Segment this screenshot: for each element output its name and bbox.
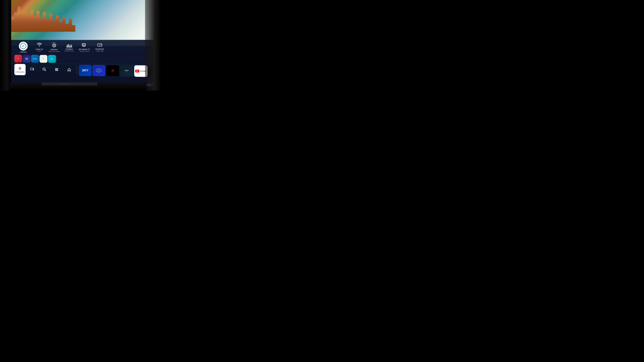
extra-apps-row: G TELECINE Internet G alexa	[11, 54, 159, 64]
telecine-small-icon[interactable]: TELECINE	[23, 55, 30, 63]
e-manual-inner-icon: e	[20, 43, 26, 49]
svg-line-16	[45, 70, 46, 71]
wifi-icon	[37, 43, 42, 48]
wifi-sub-label: Wi-Fi	[38, 50, 41, 52]
svg-point-2	[54, 45, 54, 46]
svg-point-11	[101, 45, 102, 45]
settings-label: Configurações	[15, 71, 24, 73]
e-manual-label: e-Manual	[20, 51, 26, 53]
svg-point-23	[55, 70, 56, 71]
dot2	[52, 42, 53, 43]
image-mode-icon-container	[52, 42, 57, 48]
samsung-tvplus-icon: TV+	[96, 69, 102, 72]
bar1	[66, 46, 67, 47]
bar3	[68, 44, 68, 48]
bar6	[70, 44, 71, 48]
tv-base: LG Soundbar · · · · · · ·	[10, 82, 146, 90]
svg-point-24	[56, 70, 57, 71]
e-manual-icon: e	[19, 42, 28, 50]
svg-point-18	[56, 68, 57, 69]
svg-rect-14	[30, 68, 33, 70]
image-mode-label: Dinâmico	[51, 49, 58, 51]
bottom-section: ⚙ Configurações	[11, 63, 159, 80]
quick-setting-wifi[interactable]: Helder-5G Wi-Fi	[32, 41, 47, 53]
bar2	[67, 45, 68, 47]
tv-speaker-icon	[82, 43, 87, 48]
internet-small-label: Internet	[33, 58, 37, 59]
sound-mode-sub-label: Modo de Som	[64, 50, 74, 52]
alexa-small-label: alexa	[51, 58, 54, 59]
youtube-play-triangle	[136, 70, 138, 72]
source-nav-item[interactable]	[26, 64, 38, 75]
gear-icon: ⚙	[18, 66, 22, 70]
sound-output-sub-label: Saída de Som	[80, 50, 89, 52]
soundbar: LG Soundbar · · · · · · ·	[42, 82, 98, 86]
city-background	[11, 0, 159, 46]
youtube-play-button	[135, 70, 139, 72]
prime-text: prime	[125, 70, 128, 71]
svg-point-19	[57, 68, 58, 69]
telecine-small-label: TELECINE	[25, 58, 28, 60]
prime-video-app-tile[interactable]: prime video	[120, 65, 133, 77]
tv-screen: e e-Manual Helder-5G Wi-Fi	[11, 0, 159, 86]
dot4	[54, 42, 55, 43]
home-nav-item[interactable]	[63, 64, 75, 76]
samsung-tvplus-app-tile[interactable]: TV+	[92, 65, 105, 76]
search-icon	[42, 67, 46, 72]
ok-google-small-icon[interactable]: G	[40, 55, 48, 63]
prime-icon: prime video	[125, 70, 128, 72]
bar5	[70, 46, 70, 47]
svg-text:TV+: TV+	[98, 70, 100, 71]
prime-sub: video	[125, 71, 128, 72]
dot5	[56, 42, 56, 43]
dot1	[52, 42, 52, 43]
sound-bars-icon	[66, 43, 72, 47]
svg-text:G: G	[43, 58, 44, 60]
quick-settings-bar: e e-Manual Helder-5G Wi-Fi	[11, 40, 159, 55]
sound-mode-label: Amplificar	[66, 48, 73, 50]
dot3	[53, 42, 54, 43]
svg-rect-6	[83, 44, 85, 45]
dots-row	[52, 42, 57, 43]
bar4	[69, 45, 69, 47]
quick-setting-game-mode[interactable]: Desativado Modo Jogo	[92, 42, 108, 53]
home-icon	[67, 68, 71, 72]
search-nav-item[interactable]	[38, 64, 50, 76]
wifi-name-label: Helder-5G	[36, 48, 43, 50]
netflix-label: N	[111, 69, 114, 73]
alexa-small-icon[interactable]: alexa	[48, 55, 56, 63]
svg-point-25	[57, 70, 58, 71]
apps-grid-nav-item[interactable]	[51, 64, 62, 76]
internet-small-icon[interactable]: Internet	[31, 55, 39, 63]
soundbar-label: LG Soundbar · · · · · · ·	[60, 84, 79, 85]
quick-setting-sound-mode[interactable]: Amplificar Modo de Som	[62, 42, 77, 53]
tv-bezel-right	[145, 0, 161, 90]
bar7	[72, 45, 72, 47]
source-icon	[30, 67, 34, 72]
quick-setting-image-mode[interactable]: Dinâmico Modo de Imagem	[47, 41, 62, 54]
svg-point-20	[55, 69, 56, 70]
svg-point-17	[55, 68, 56, 69]
youtube-icon-container: YouTube	[135, 70, 146, 73]
smart-hub-panel: e e-Manual Helder-5G Wi-Fi	[11, 40, 159, 86]
game-mode-sub-label: Modo Jogo	[96, 50, 104, 52]
game-mode-label: Desativado	[96, 48, 104, 50]
settings-nav-item[interactable]: ⚙ Configurações	[14, 64, 26, 75]
sky-app-tile[interactable]: SKY	[79, 65, 92, 76]
sound-output-label: Alto-falante TV	[79, 48, 90, 50]
globoplay-small-label: G	[18, 58, 19, 59]
image-mode-sub-label: Modo de Imagem	[48, 51, 60, 52]
game-mode-icon	[97, 43, 102, 48]
globoplay-small-icon[interactable]: G	[14, 55, 22, 62]
apps-grid-icon	[55, 68, 58, 72]
sky-label: SKY	[82, 69, 88, 72]
quick-setting-e-manual[interactable]: e e-Manual	[14, 40, 32, 54]
svg-point-22	[57, 69, 58, 70]
bottom-nav: ⚙ Configurações	[11, 63, 159, 78]
svg-point-21	[56, 69, 57, 70]
quick-setting-sound-output[interactable]: Alto-falante TV Saída de Som	[77, 41, 92, 53]
panel-reflection	[11, 40, 159, 40]
nav-divider	[77, 66, 77, 74]
netflix-app-tile[interactable]: N	[106, 65, 119, 76]
svg-point-10	[100, 44, 101, 45]
